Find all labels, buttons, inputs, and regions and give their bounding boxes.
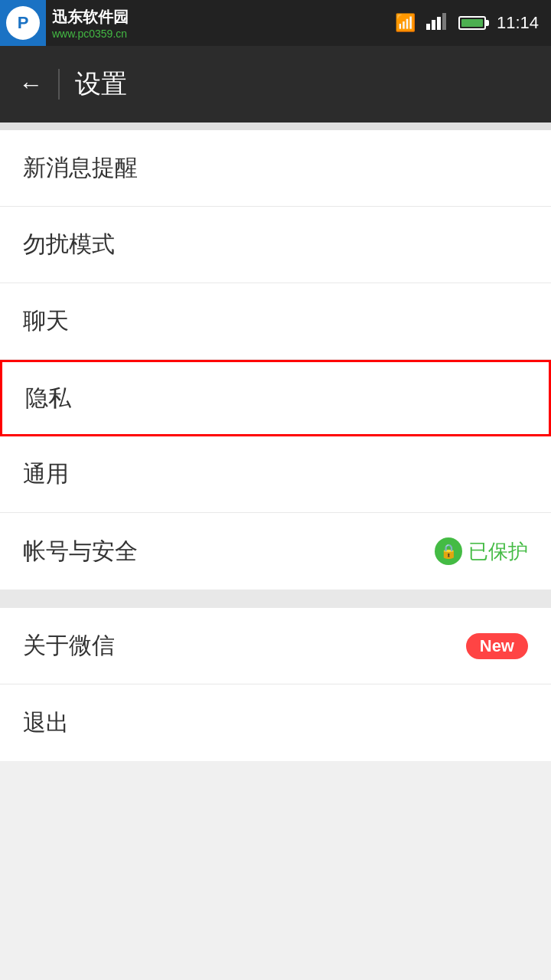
settings-group-2: 关于微信 New 退出 (0, 608, 551, 761)
svg-rect-0 (426, 24, 430, 30)
settings-item-account-security[interactable]: 帐号与安全 🔒 已保护 (0, 513, 551, 590)
settings-item-about-wechat[interactable]: 关于微信 New (0, 608, 551, 684)
settings-item-chat[interactable]: 聊天 (0, 283, 551, 360)
account-security-label: 帐号与安全 (23, 536, 138, 567)
settings-content: 新消息提醒 勿扰模式 聊天 隐私 通用 帐号与安全 🔒 已 (0, 130, 551, 761)
new-message-label: 新消息提醒 (23, 152, 138, 184)
settings-item-privacy[interactable]: 隐私 (0, 360, 551, 436)
protected-text: 已保护 (468, 538, 528, 565)
svg-rect-2 (437, 17, 441, 30)
settings-item-general[interactable]: 通用 (0, 436, 551, 513)
about-wechat-label: 关于微信 (23, 630, 115, 662)
svg-rect-3 (442, 13, 446, 30)
app-bar: ← 设置 (0, 46, 551, 122)
site-name: 迅东软件园 (52, 7, 129, 28)
site-info: 迅东软件园 www.pc0359.cn (52, 7, 129, 40)
general-label: 通用 (23, 459, 69, 490)
new-badge: New (466, 633, 528, 659)
time-display: 11:14 (497, 13, 539, 33)
account-security-right: 🔒 已保护 (435, 537, 528, 565)
battery (458, 16, 486, 30)
logout-label: 退出 (23, 707, 69, 739)
status-bar-right: 📶 11:14 (395, 13, 539, 34)
appbar-divider (58, 69, 60, 100)
site-url: www.pc0359.cn (52, 28, 129, 40)
lock-icon: 🔒 (440, 543, 457, 560)
status-bar: P 迅东软件园 www.pc0359.cn 📶 11:14 (0, 0, 551, 46)
back-button[interactable]: ← (18, 72, 43, 96)
wifi-icon: 📶 (395, 13, 416, 33)
lock-circle: 🔒 (435, 537, 462, 565)
settings-group-1: 新消息提醒 勿扰模式 聊天 隐私 通用 帐号与安全 🔒 已 (0, 130, 551, 590)
settings-item-dnd[interactable]: 勿扰模式 (0, 207, 551, 283)
settings-item-new-message[interactable]: 新消息提醒 (0, 130, 551, 207)
app-logo: P (0, 0, 46, 46)
signal-icon (426, 13, 448, 34)
protected-badge: 🔒 已保护 (435, 537, 528, 565)
section-separator (0, 590, 551, 608)
settings-item-logout[interactable]: 退出 (0, 684, 551, 761)
privacy-label: 隐私 (25, 383, 71, 414)
about-wechat-right: New (466, 633, 528, 659)
chat-label: 聊天 (23, 305, 69, 337)
svg-rect-1 (432, 20, 435, 30)
page-title: 设置 (75, 67, 127, 102)
dnd-label: 勿扰模式 (23, 229, 115, 260)
status-bar-left: P 迅东软件园 www.pc0359.cn (0, 0, 129, 46)
top-separator (0, 122, 551, 130)
battery-icon (458, 16, 486, 30)
